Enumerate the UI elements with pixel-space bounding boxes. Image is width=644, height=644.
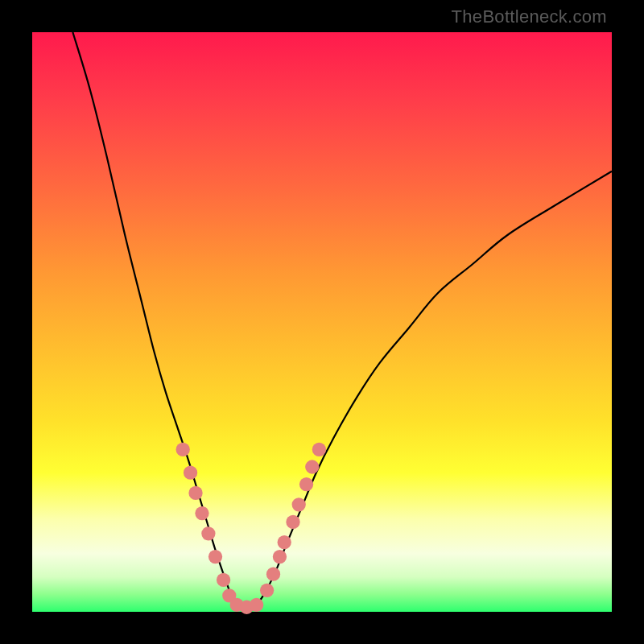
data-marker <box>273 550 287 564</box>
data-marker <box>260 584 274 597</box>
data-marker <box>176 443 190 456</box>
data-marker <box>208 550 222 564</box>
data-marker <box>312 443 326 456</box>
data-marker <box>278 535 291 549</box>
data-marker <box>217 573 230 587</box>
chart-svg <box>32 32 612 612</box>
data-marker <box>299 477 313 491</box>
watermark-text: TheBottleneck.com <box>452 6 607 27</box>
data-marker <box>250 598 263 612</box>
data-marker <box>305 460 319 473</box>
right-curve <box>255 171 612 606</box>
chart-frame: TheBottleneck.com <box>0 0 644 644</box>
data-marker <box>286 515 299 529</box>
data-marker <box>201 526 215 540</box>
data-marker <box>195 506 208 520</box>
data-marker <box>266 568 280 581</box>
data-marker <box>188 486 202 500</box>
data-marker <box>292 497 306 511</box>
plot-area <box>32 32 612 612</box>
data-markers <box>176 443 326 614</box>
data-marker <box>184 466 197 480</box>
left-curve <box>72 32 237 606</box>
